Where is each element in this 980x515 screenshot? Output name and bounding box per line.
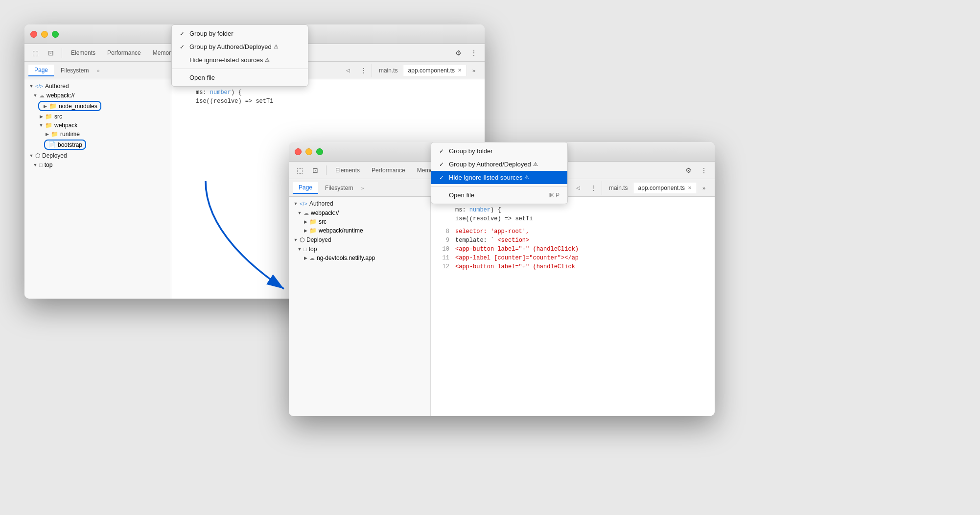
menu-group-authored-back[interactable]: ✓ Group by Authored/Deployed ⚠ bbox=[172, 40, 308, 53]
minimize-button-front[interactable] bbox=[305, 148, 312, 155]
close-button-front[interactable] bbox=[295, 148, 302, 155]
tab-page-back[interactable]: Page bbox=[28, 65, 54, 76]
settings-icon-back[interactable] bbox=[451, 46, 465, 60]
file-tab-app-front[interactable]: app.component.ts ✕ bbox=[633, 183, 697, 193]
menu-hide-ignore-front[interactable]: ✓ Hide ignore-listed sources ⚠ bbox=[431, 171, 567, 184]
minimize-button-back[interactable] bbox=[41, 31, 48, 38]
sidebar-deployed-back[interactable]: ⬡ Deployed bbox=[24, 151, 171, 161]
sidebar-bootstrap[interactable]: 📄 bootstrap bbox=[44, 140, 86, 150]
arrow-deployed-front bbox=[293, 237, 299, 243]
tab-performance-front[interactable]: Performance bbox=[367, 164, 410, 177]
arrow-webpack-back bbox=[32, 93, 38, 98]
traffic-lights-back[interactable] bbox=[30, 31, 59, 38]
menu-open-file-back[interactable]: Open file bbox=[172, 71, 308, 84]
square-icon-front: □ bbox=[303, 246, 307, 252]
arrow-webpack-folder-back bbox=[38, 122, 44, 128]
arrow-authored-back bbox=[28, 83, 34, 89]
context-menu-front: ✓ Group by folder ✓ Group by Authored/De… bbox=[431, 142, 568, 204]
maximize-button-back[interactable] bbox=[52, 31, 59, 38]
more-icon-back[interactable] bbox=[467, 46, 481, 60]
folder-icon-node-modules: 📁 bbox=[49, 102, 57, 110]
cursor-icon[interactable]: ⬚ bbox=[28, 46, 42, 60]
sidebar-authored-front[interactable]: </> Authored bbox=[289, 199, 430, 209]
tab-filesystem-back[interactable]: Filesystem bbox=[55, 65, 94, 76]
panel-more-options[interactable]: ⋮ bbox=[357, 64, 371, 77]
menu-sep-back bbox=[172, 69, 308, 69]
arrow-src-back bbox=[38, 114, 44, 119]
file-tab-main-front[interactable]: main.ts bbox=[604, 183, 633, 193]
file-close-back[interactable]: ✕ bbox=[458, 68, 462, 73]
panel-more-back[interactable]: » bbox=[95, 68, 100, 73]
sidebar-webpack-back[interactable]: ☁ webpack:// bbox=[24, 91, 171, 100]
main-content-front: </> Authored ☁ webpack:// 📁 src 📁 webpac… bbox=[289, 197, 715, 416]
sidebar-node-modules[interactable]: 📁 node_modules bbox=[38, 101, 101, 111]
close-button-back[interactable] bbox=[30, 31, 37, 38]
check-group-authored-back: ✓ bbox=[180, 44, 189, 50]
traffic-lights-front[interactable] bbox=[295, 148, 323, 155]
code-line-2-back: ms: number) { bbox=[171, 88, 485, 97]
tab-elements-back[interactable]: Elements bbox=[66, 47, 100, 59]
check-hide-ignore-front: ✓ bbox=[439, 174, 449, 181]
file-close-front[interactable]: ✕ bbox=[688, 185, 692, 190]
sidebar-src-back[interactable]: 📁 src bbox=[24, 112, 171, 121]
warn-icon-group-authored-front: ⚠ bbox=[533, 161, 538, 167]
sidebar-top-back[interactable]: □ top bbox=[24, 161, 171, 169]
maximize-button-front[interactable] bbox=[316, 148, 323, 155]
sidebar-authored-back[interactable]: </> Authored bbox=[24, 81, 171, 91]
code-line-3-back: ise((resolve) => setTi bbox=[171, 97, 485, 106]
cursor-icon-front[interactable]: ⬚ bbox=[293, 164, 306, 177]
panel-back-icon-front[interactable]: ◁ bbox=[571, 181, 585, 195]
panel-more-options-front[interactable]: ⋮ bbox=[587, 181, 601, 195]
menu-group-folder-front[interactable]: ✓ Group by folder bbox=[431, 144, 567, 158]
arrow-src-front bbox=[303, 219, 308, 225]
sidebar-top-front[interactable]: □ top bbox=[289, 245, 430, 254]
device-icon-front[interactable]: ⊡ bbox=[308, 164, 322, 177]
check-open-file-front bbox=[439, 192, 449, 199]
tab-performance-back[interactable]: Performance bbox=[102, 47, 146, 59]
sidebar-webpack-folder-back[interactable]: 📁 webpack bbox=[24, 121, 171, 130]
sidebar-src-front[interactable]: 📁 src bbox=[289, 217, 430, 226]
square-icon-back: □ bbox=[39, 162, 43, 168]
sidebar-runtime-back[interactable]: 📁 runtime bbox=[24, 130, 171, 139]
cube-icon-front: ⬡ bbox=[300, 236, 304, 243]
device-icon[interactable]: ⊡ bbox=[44, 46, 58, 60]
panel-back-icon[interactable]: ◁ bbox=[341, 64, 355, 77]
shortcut-open-file-front: ⌘ P bbox=[548, 192, 560, 199]
tag-icon-authored-back: </> bbox=[35, 83, 43, 89]
file-tab-app-back[interactable]: app.component.ts ✕ bbox=[403, 65, 467, 76]
sidebar-webpack-runtime-front[interactable]: 📁 webpack/runtime bbox=[289, 226, 430, 235]
sidebar-webpack-front[interactable]: ☁ webpack:// bbox=[289, 209, 430, 217]
tab-elements-front[interactable]: Elements bbox=[330, 164, 365, 177]
code-line-2-front: ms: number) { bbox=[431, 206, 715, 214]
check-group-authored-front: ✓ bbox=[439, 161, 449, 168]
tab-filesystem-front[interactable]: Filesystem bbox=[319, 183, 359, 193]
more-icon-front[interactable] bbox=[697, 164, 711, 177]
file-tab-main-back[interactable]: main.ts bbox=[374, 65, 403, 76]
arrow-runtime-back bbox=[44, 131, 50, 137]
cube-icon-back: ⬡ bbox=[35, 152, 40, 159]
folder-icon-webpack-back: 📁 bbox=[45, 122, 52, 129]
check-group-folder-front: ✓ bbox=[439, 148, 449, 155]
cloud-icon-front: ☁ bbox=[303, 210, 309, 216]
sidebar-deployed-front[interactable]: ⬡ Deployed bbox=[289, 235, 430, 245]
devtools-window-front: DevTools - ng-devtools.netlify.app/ ⬚ ⊡ … bbox=[289, 142, 715, 416]
folder-icon-webpack-runtime-front: 📁 bbox=[309, 227, 317, 234]
check-hide-ignore-back bbox=[180, 57, 189, 64]
sidebar-ng-devtools-front[interactable]: ☁ ng-devtools.netlify.app bbox=[289, 254, 430, 262]
menu-open-file-front[interactable]: Open file ⌘ P bbox=[431, 188, 567, 202]
menu-group-folder-back[interactable]: ✓ Group by folder bbox=[172, 27, 308, 40]
warn-icon-hide-back: ⚠ bbox=[265, 57, 270, 63]
file-icon-bootstrap: 📄 bbox=[48, 141, 56, 148]
settings-icon-front[interactable] bbox=[681, 164, 695, 177]
folder-icon-src-front: 📁 bbox=[309, 218, 317, 225]
file-more-back[interactable]: » bbox=[467, 64, 481, 77]
panel-more-front[interactable]: » bbox=[360, 185, 365, 191]
arrow-ng-devtools-front bbox=[303, 255, 308, 261]
file-more-front[interactable]: » bbox=[697, 181, 711, 195]
tab-page-front[interactable]: Page bbox=[293, 182, 318, 194]
check-group-folder-back: ✓ bbox=[180, 30, 189, 37]
code-line-3-front: ise((resolve) => setTi bbox=[431, 214, 715, 223]
menu-hide-ignore-back[interactable]: Hide ignore-listed sources ⚠ bbox=[172, 53, 308, 67]
menu-group-authored-front[interactable]: ✓ Group by Authored/Deployed ⚠ bbox=[431, 158, 567, 171]
arrow-top-front bbox=[297, 246, 303, 252]
